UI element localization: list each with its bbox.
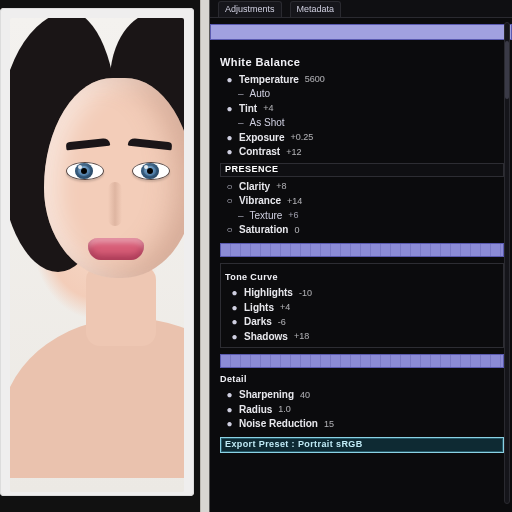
property-value: +14 xyxy=(287,196,302,207)
property-label: Radius xyxy=(239,404,272,417)
value-bar[interactable] xyxy=(220,354,504,368)
app-root: Adjustments Metadata White Balance ● Tem… xyxy=(0,0,512,512)
bullet-icon: ○ xyxy=(226,195,233,208)
scrollbar-thumb[interactable] xyxy=(505,41,509,99)
section-divider: PRESENCE xyxy=(220,163,504,177)
property-label: Shadows xyxy=(244,331,288,344)
property-row[interactable]: ● Exposure +0.25 xyxy=(226,132,504,145)
property-row[interactable]: ● Radius 1.0 xyxy=(226,404,504,417)
bullet-icon: ● xyxy=(226,389,233,402)
property-label: Lights xyxy=(244,302,274,315)
portrait-neck xyxy=(86,266,156,346)
bullet-icon: ● xyxy=(231,331,238,344)
scrollbar-track[interactable] xyxy=(504,22,510,504)
portrait-image xyxy=(10,18,184,492)
property-label: Highlights xyxy=(244,287,293,300)
property-label: Saturation xyxy=(239,224,288,237)
bullet-icon: ● xyxy=(226,418,233,431)
image-viewport[interactable] xyxy=(0,0,200,512)
property-row[interactable]: ● Tint +4 xyxy=(226,103,504,116)
property-value: +4 xyxy=(280,302,290,313)
bullet-icon: ● xyxy=(226,103,233,116)
group-box: Tone Curve ● Highlights -10 ● Lights +4 … xyxy=(220,263,504,348)
header-bar xyxy=(210,24,512,40)
bullet-icon: ● xyxy=(231,316,238,329)
property-value: 15 xyxy=(324,419,334,430)
property-subrow[interactable]: – As Shot xyxy=(238,117,504,130)
property-sublabel: As Shot xyxy=(250,117,285,130)
dash-icon: – xyxy=(238,210,244,223)
property-row[interactable]: ● Contrast +12 xyxy=(226,146,504,159)
bullet-icon: ● xyxy=(226,74,233,87)
property-label: Clarity xyxy=(239,181,270,194)
selected-preset-label: Export Preset : Portrait sRGB xyxy=(225,439,363,450)
selected-preset-row[interactable]: Export Preset : Portrait sRGB xyxy=(220,437,504,453)
tab-adjustments[interactable]: Adjustments xyxy=(218,1,282,17)
property-value: +12 xyxy=(286,147,301,158)
property-label: Darks xyxy=(244,316,272,329)
property-subrow[interactable]: – Auto xyxy=(238,88,504,101)
property-value: +8 xyxy=(276,181,286,192)
property-label: Contrast xyxy=(239,146,280,159)
property-row[interactable]: ● Shadows +18 xyxy=(231,331,499,344)
pane-splitter[interactable] xyxy=(200,0,210,512)
property-row[interactable]: ○ Vibrance +14 xyxy=(226,195,504,208)
property-label: Noise Reduction xyxy=(239,418,318,431)
bullet-icon: ● xyxy=(226,132,233,145)
property-value: +4 xyxy=(263,103,273,114)
property-label: Sharpening xyxy=(239,389,294,402)
property-subrow[interactable]: – Texture +6 xyxy=(238,210,504,223)
property-value: 5600 xyxy=(305,74,325,85)
property-label: Vibrance xyxy=(239,195,281,208)
section-title: Tone Curve xyxy=(225,272,499,283)
section-title: Detail xyxy=(220,374,504,385)
property-label: Temperature xyxy=(239,74,299,87)
dash-icon: – xyxy=(238,117,244,130)
property-row[interactable]: ● Sharpening 40 xyxy=(226,389,504,402)
section-divider-label: PRESENCE xyxy=(225,164,279,175)
property-row[interactable]: ○ Clarity +8 xyxy=(226,181,504,194)
property-value: 0 xyxy=(294,225,299,236)
property-row[interactable]: ● Highlights -10 xyxy=(231,287,499,300)
bullet-icon: ● xyxy=(231,302,238,315)
property-value: -10 xyxy=(299,288,312,299)
tab-metadata[interactable]: Metadata xyxy=(290,1,342,17)
property-value: +0.25 xyxy=(291,132,314,143)
dash-icon: – xyxy=(238,88,244,101)
bullet-icon: ○ xyxy=(226,181,233,194)
panel-scroll-area[interactable]: White Balance ● Temperature 5600 – Auto … xyxy=(210,46,512,461)
property-row[interactable]: ● Noise Reduction 15 xyxy=(226,418,504,431)
property-sublabel: Auto xyxy=(250,88,271,101)
bullet-icon: ○ xyxy=(226,224,233,237)
bullet-icon: ● xyxy=(231,287,238,300)
value-bar[interactable] xyxy=(220,243,504,257)
property-row[interactable]: ● Lights +4 xyxy=(231,302,499,315)
property-value: +6 xyxy=(288,210,298,221)
bullet-icon: ● xyxy=(226,404,233,417)
property-label: Tint xyxy=(239,103,257,116)
portrait-nose xyxy=(108,182,122,226)
property-row[interactable]: ● Darks -6 xyxy=(231,316,499,329)
image-frame xyxy=(0,8,194,496)
property-value: 1.0 xyxy=(278,404,291,415)
portrait-eye xyxy=(66,162,104,180)
property-row[interactable]: ● Temperature 5600 xyxy=(226,74,504,87)
property-value: +18 xyxy=(294,331,309,342)
portrait-lips xyxy=(88,238,144,260)
adjustments-panel: Adjustments Metadata White Balance ● Tem… xyxy=(210,0,512,512)
bullet-icon: ● xyxy=(226,146,233,159)
property-value: -6 xyxy=(278,317,286,328)
property-row[interactable]: ○ Saturation 0 xyxy=(226,224,504,237)
property-sublabel: Texture xyxy=(250,210,283,223)
portrait-eye xyxy=(132,162,170,180)
property-value: 40 xyxy=(300,390,310,401)
property-label: Exposure xyxy=(239,132,285,145)
panel-tabbar: Adjustments Metadata xyxy=(210,0,512,18)
section-title: White Balance xyxy=(220,56,504,70)
